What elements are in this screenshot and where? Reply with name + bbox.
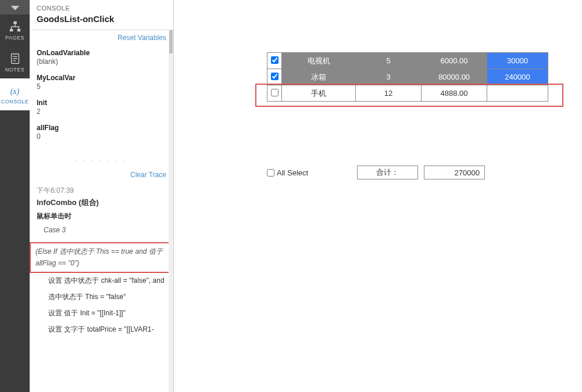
scrollbar-thumb[interactable] — [169, 30, 173, 53]
rail-console-label: CONSOLE — [1, 99, 29, 105]
console-label: CONSOLE — [37, 5, 166, 12]
icon-rail: PAGES NOTES (x) CONSOLE — [0, 0, 30, 392]
rail-notes[interactable]: NOTES — [0, 46, 30, 78]
cell-total: 240000 — [487, 69, 548, 85]
var-mylocal: MyLocalVar 5 — [37, 74, 166, 91]
cell-name: 冰箱 — [282, 69, 356, 85]
all-select-checkbox[interactable] — [267, 169, 274, 177]
cell-name: 手机 — [282, 85, 356, 102]
table-row[interactable]: 手机 12 4888.00 — [267, 85, 548, 102]
trace-action: 设置 文字于 totalPrice = "[[LVAR1- — [37, 324, 166, 335]
var-value: 0 — [37, 132, 166, 141]
reset-variables-link[interactable]: Reset Variables — [30, 30, 173, 44]
cell-qty: 3 — [356, 69, 422, 85]
trace-action: 选中状态于 This = "false" — [37, 292, 166, 302]
chevron-down-icon — [11, 3, 19, 12]
variable-icon: (x) — [9, 84, 22, 97]
trace-time: 下午6:07:39 — [37, 186, 166, 196]
scrollbar[interactable] — [169, 30, 173, 392]
sitemap-icon — [9, 20, 22, 33]
cell-name: 电视机 — [282, 53, 356, 69]
cell-qty: 5 — [356, 53, 422, 69]
divider-dots: · · · · · · · — [30, 153, 173, 167]
row-checkbox[interactable] — [271, 73, 278, 80]
var-name: MyLocalVar — [37, 74, 166, 82]
var-value: 5 — [37, 82, 166, 91]
svg-rect-0 — [13, 21, 17, 24]
trace-title: InfoCombo (组合) — [37, 197, 166, 208]
sum-value: 270000 — [424, 166, 485, 179]
var-init: Init 2 — [37, 99, 166, 116]
console-panel: CONSOLE GoodsList-onClick Reset Variable… — [30, 0, 174, 392]
trace-action: 设置 值于 Init = "[[Init-1]]" — [37, 308, 166, 318]
console-body: Reset Variables OnLoadVariable (blank) M… — [30, 30, 173, 392]
notes-icon — [9, 52, 22, 65]
var-allflag: allFlag 0 — [37, 124, 166, 141]
var-value: (blank) — [37, 57, 166, 66]
console-title: GoodsList-onClick — [37, 14, 166, 24]
svg-rect-1 — [9, 29, 13, 32]
table-row[interactable]: 电视机 5 6000.00 30000 — [267, 53, 548, 69]
trace-subtitle: 鼠标单击时 — [37, 211, 166, 221]
svg-rect-2 — [17, 29, 20, 32]
rail-console[interactable]: (x) CONSOLE — [0, 78, 30, 110]
var-onload: OnLoadVariable (blank) — [37, 49, 166, 66]
rail-pages[interactable]: PAGES — [0, 15, 30, 46]
var-name: OnLoadVariable — [37, 49, 166, 57]
summary-row: All Select 合计： 270000 — [267, 166, 565, 179]
sum-label: 合计： — [357, 166, 418, 179]
all-select-label: All Select — [277, 168, 308, 177]
table-row[interactable]: 冰箱 3 80000.00 240000 — [267, 69, 548, 85]
preview-area: 电视机 5 6000.00 30000 冰箱 3 80000.00 240000… — [174, 0, 582, 392]
var-value: 2 — [37, 107, 166, 116]
cell-price: 6000.00 — [422, 53, 487, 69]
goods-table: 电视机 5 6000.00 30000 冰箱 3 80000.00 240000… — [267, 52, 548, 102]
trace-action: 设置 选中状态于 chk-all = "false", and — [37, 275, 166, 286]
var-name: allFlag — [37, 124, 166, 132]
row-checkbox[interactable] — [271, 56, 278, 64]
trace-case: Case 3 — [37, 226, 166, 234]
rail-collapse-button[interactable] — [0, 0, 30, 15]
var-name: Init — [37, 99, 166, 107]
console-header: CONSOLE GoodsList-onClick — [30, 0, 173, 30]
trace-condition-highlight: (Else If 选中状态于 This == true and 值于 allFl… — [30, 242, 173, 273]
svg-text:(x): (x) — [10, 87, 19, 96]
rail-pages-label: PAGES — [5, 35, 24, 41]
cell-price: 80000.00 — [422, 69, 487, 85]
rail-notes-label: NOTES — [5, 67, 25, 73]
clear-trace-link[interactable]: Clear Trace — [30, 167, 173, 181]
cell-qty: 12 — [356, 85, 422, 102]
cell-price: 4888.00 — [422, 85, 487, 102]
cell-total — [487, 85, 548, 102]
row-checkbox[interactable] — [271, 89, 278, 96]
cell-total: 30000 — [487, 53, 548, 69]
